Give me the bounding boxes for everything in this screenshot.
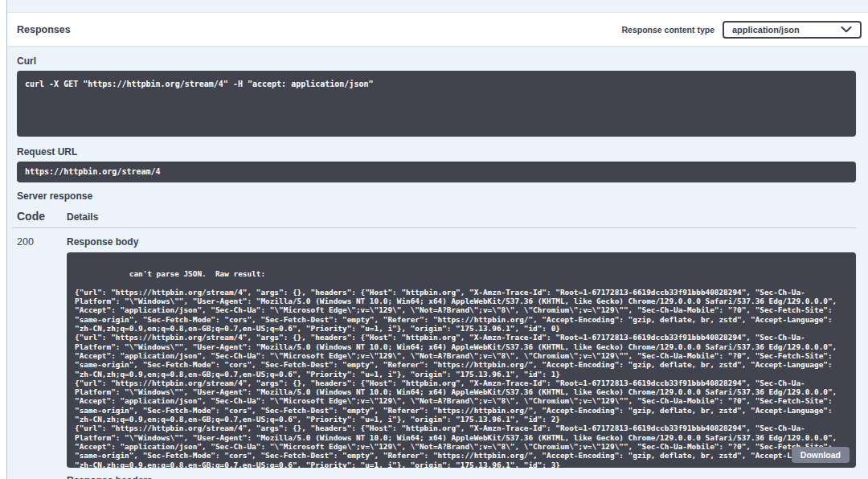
response-body-label: Response body: [67, 235, 856, 248]
response-body-block: can't parse JSON. Raw result: {"url": "h…: [67, 252, 856, 468]
response-body-text: can't parse JSON. Raw result: {"url": "h…: [75, 269, 841, 468]
responses-body: Curl curl -X GET "https://httpbin.org/st…: [7, 46, 868, 479]
swagger-operation-panel: Responses Response content type applicat…: [0, 0, 868, 479]
details-column-header: Details: [67, 211, 98, 223]
response-details-cell: Response body can't parse JSON. Raw resu…: [67, 235, 856, 479]
response-content-type-label: Response content type: [621, 25, 714, 35]
request-url-label: Request URL: [17, 146, 856, 158]
curl-command-block: curl -X GET "https://httpbin.org/stream/…: [17, 71, 856, 137]
status-code: 200: [17, 235, 67, 479]
response-content-type-select[interactable]: application/json: [723, 21, 862, 39]
responses-section-header: Responses Response content type applicat…: [7, 12, 868, 46]
responses-title: Responses: [17, 24, 71, 35]
response-headers-label: Response headers: [67, 475, 856, 479]
server-response-label: Server response: [17, 190, 856, 202]
response-table-header: Code Details: [12, 210, 856, 228]
response-content-type-control: Response content type application/json: [621, 21, 862, 39]
download-button[interactable]: Download: [792, 447, 850, 463]
code-column-header: Code: [17, 210, 67, 223]
response-row-200: 200 Response body can't parse JSON. Raw …: [17, 228, 856, 479]
panel-top-band: [7, 0, 868, 12]
chevron-down-icon: [841, 27, 852, 33]
request-url-value-block: https://httpbin.org/stream/4: [17, 162, 856, 182]
response-content-type-value: application/json: [732, 25, 800, 35]
curl-label: Curl: [17, 55, 856, 67]
responses-panel: Responses Response content type applicat…: [6, 0, 868, 479]
